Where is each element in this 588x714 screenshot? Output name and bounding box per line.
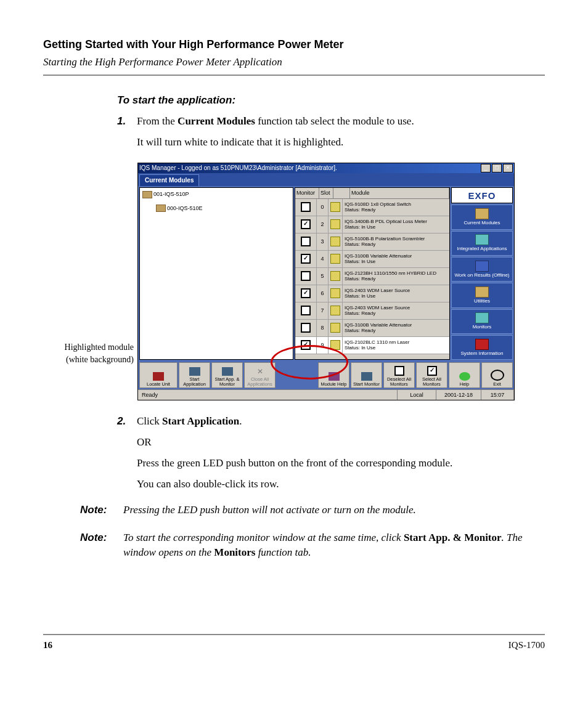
monitors-icon xyxy=(475,312,489,323)
col-slot: Slot xyxy=(319,188,333,198)
monitor-checkbox[interactable] xyxy=(301,323,311,333)
page-subtitle: Starting the High Performance Power Mete… xyxy=(43,55,545,70)
monitor-checkbox[interactable]: ✓ xyxy=(301,288,311,298)
exit-button[interactable]: Exit xyxy=(481,362,513,388)
status-bar: Ready Local 2001-12-18 15:07 xyxy=(138,389,514,400)
start-application-label: Start Application xyxy=(162,415,239,427)
start-monitor-button[interactable]: Start Monitor xyxy=(351,362,382,388)
deselect-all-monitors-button[interactable]: Deselect All Monitors xyxy=(383,362,415,388)
nav-integrated-apps[interactable]: Integrated Applications xyxy=(451,231,513,256)
start-application-button[interactable]: Start Application xyxy=(179,362,210,388)
window-titlebar[interactable]: IQS Manager - Logged on as 510PNUM23\Adm… xyxy=(138,163,514,173)
step-1-text: From the Current Modules function tab se… xyxy=(137,115,414,127)
module-icon xyxy=(330,254,340,264)
status-local: Local xyxy=(398,390,436,400)
monitor-checkbox[interactable] xyxy=(301,237,311,246)
nav-utilities[interactable]: Utilities xyxy=(451,283,513,307)
close-all-apps-button[interactable]: ✕Close All Applications xyxy=(244,362,276,388)
status-date: 2001-12-18 xyxy=(436,390,481,400)
module-info: IQS-3100B Variable AttenuatorStatus: Rea… xyxy=(343,320,449,336)
monitor-checkbox[interactable]: ✓ xyxy=(301,254,311,264)
module-icon xyxy=(330,288,340,298)
minimize-button[interactable]: _ xyxy=(481,164,491,172)
module-icon xyxy=(330,202,340,212)
start-app-monitor-label: Start App. & Monitor xyxy=(404,532,502,543)
module-info: IQS-2403 WDM Laser SourceStatus: Ready xyxy=(343,302,449,319)
status-ready: Ready xyxy=(138,390,398,400)
table-row[interactable]: 7IQS-2403 WDM Laser SourceStatus: Ready xyxy=(295,302,449,320)
start-app-monitor-button[interactable]: Start App. & Monitor xyxy=(211,362,243,388)
step-2: 2. Click Start Application. OR Press the… xyxy=(117,414,539,491)
table-row[interactable]: 0IQS-9108D 1x8 Optical SwitchStatus: Rea… xyxy=(295,199,449,216)
monitors-label: Monitors xyxy=(214,546,255,558)
module-info: IQS-3100B Variable AttenuatorStatus: In … xyxy=(343,251,449,267)
step-2-p3: You can also double-click its row. xyxy=(137,477,539,492)
table-row[interactable]: ✓4IQS-3100B Variable AttenuatorStatus: I… xyxy=(295,251,449,268)
module-info: IQS-2102BLC 1310 nm LaserStatus: In Use xyxy=(343,337,449,354)
maximize-button[interactable]: □ xyxy=(492,164,502,172)
module-info: IQS-9108D 1x8 Optical SwitchStatus: Read… xyxy=(343,199,449,216)
results-icon xyxy=(475,261,489,272)
note-label: Note: xyxy=(80,503,117,517)
module-info: IQS-3400B-B PDL Optical Loss MeterStatus… xyxy=(343,216,449,233)
module-info: IQS-2403 WDM Laser SourceStatus: In Use xyxy=(343,285,449,302)
slot-number: 2 xyxy=(317,216,329,233)
table-row[interactable]: 8IQS-3100B Variable AttenuatorStatus: Re… xyxy=(295,320,449,337)
slot-number: 7 xyxy=(317,302,329,319)
nav-work-on-results[interactable]: Work on Results (Offline) xyxy=(451,257,513,282)
table-row[interactable]: ✓6IQS-2403 WDM Laser SourceStatus: In Us… xyxy=(295,285,449,302)
monitor-checkbox[interactable] xyxy=(301,202,311,212)
slot-number: 8 xyxy=(317,320,329,336)
module-icon xyxy=(330,306,340,315)
instruction-title: To start the application: xyxy=(117,93,539,108)
module-info: IQS-5100B-B Polarization ScramblerStatus… xyxy=(343,233,449,250)
table-row[interactable]: 3IQS-5100B-B Polarization ScramblerStatu… xyxy=(295,233,449,251)
note-label: Note: xyxy=(80,530,117,560)
help-button[interactable]: Help xyxy=(449,362,480,388)
checked-icon: ✓ xyxy=(427,366,437,376)
select-all-monitors-button[interactable]: ✓Select All Monitors xyxy=(416,362,447,388)
col-icon xyxy=(333,188,350,198)
module-icon xyxy=(330,237,340,246)
locate-unit-button[interactable]: Locate Unit xyxy=(139,362,178,388)
page-title: Getting Started with Your High Performan… xyxy=(43,37,545,52)
start-app-icon xyxy=(189,367,200,376)
table-row[interactable]: ✓9IQS-2102BLC 1310 nm LaserStatus: In Us… xyxy=(295,337,449,354)
page-number: 16 xyxy=(43,639,52,652)
nav-current-modules[interactable]: Current Modules xyxy=(451,205,513,229)
module-icon xyxy=(330,323,340,333)
step-1-para2: It will turn white to indicate that it i… xyxy=(137,135,539,150)
slot-number: 3 xyxy=(317,233,329,250)
note-2-text: To start the corresponding monitor windo… xyxy=(123,530,539,560)
slot-number: 6 xyxy=(317,285,329,302)
unit-tree[interactable]: 001-IQS-510P 000-IQS-510E xyxy=(139,187,293,360)
slot-number: 0 xyxy=(317,199,329,216)
close-button[interactable]: × xyxy=(503,164,513,172)
col-module: Module xyxy=(350,188,449,198)
module-icon xyxy=(330,271,340,281)
col-monitor: Monitor xyxy=(295,188,319,198)
start-mon-icon xyxy=(361,372,372,381)
note-1-text: Pressing the LED push button will not ac… xyxy=(123,503,539,517)
monitor-checkbox[interactable]: ✓ xyxy=(301,219,311,229)
tab-current-modules[interactable]: Current Modules xyxy=(139,174,199,186)
step-2-text: Click Start Application. xyxy=(137,415,242,427)
tree-item-root[interactable]: 001-IQS-510P xyxy=(142,190,290,198)
close-all-icon: ✕ xyxy=(255,367,266,376)
nav-system-info[interactable]: System Information xyxy=(451,335,513,360)
slot-number: 5 xyxy=(317,268,329,285)
monitor-checkbox[interactable] xyxy=(301,306,311,315)
doc-id: IQS-1700 xyxy=(508,639,545,652)
modules-icon xyxy=(475,208,489,219)
monitor-checkbox[interactable] xyxy=(301,271,311,281)
locate-icon xyxy=(153,372,164,381)
module-help-button[interactable]: Module Help xyxy=(318,362,349,388)
step-2-p2: Press the green LED push button on the f… xyxy=(137,456,539,471)
unit-icon xyxy=(156,205,166,212)
tree-item-child[interactable]: 000-IQS-510E xyxy=(156,205,290,213)
table-row[interactable]: 5IQS-2123BH 1310/1550 nm HYBRID LEDStatu… xyxy=(295,268,449,285)
table-row[interactable]: ✓2IQS-3400B-B PDL Optical Loss MeterStat… xyxy=(295,216,449,233)
current-modules-label: Current Modules xyxy=(178,115,255,127)
monitor-checkbox[interactable]: ✓ xyxy=(301,340,311,350)
nav-monitors[interactable]: Monitors xyxy=(451,309,513,334)
